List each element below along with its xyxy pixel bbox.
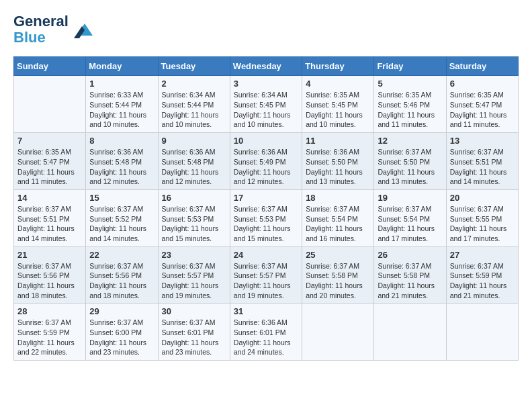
day-number: 3 — [234, 79, 298, 89]
day-number: 12 — [378, 136, 442, 146]
svg-marker-1 — [74, 26, 85, 38]
day-number: 8 — [89, 136, 154, 146]
day-info: Sunrise: 6:37 AM Sunset: 5:52 PM Dayligh… — [89, 204, 154, 244]
day-number: 25 — [306, 250, 370, 260]
day-info: Sunrise: 6:36 AM Sunset: 6:01 PM Dayligh… — [234, 318, 298, 357]
day-number: 27 — [450, 250, 515, 260]
header-day-friday: Friday — [374, 57, 446, 76]
calendar-cell: 7Sunrise: 6:35 AM Sunset: 5:47 PM Daylig… — [14, 133, 86, 190]
day-info: Sunrise: 6:37 AM Sunset: 6:00 PM Dayligh… — [89, 318, 154, 357]
calendar-cell: 1Sunrise: 6:33 AM Sunset: 5:44 PM Daylig… — [86, 76, 158, 133]
day-number: 28 — [17, 306, 82, 316]
day-number: 13 — [450, 136, 515, 146]
calendar-cell: 17Sunrise: 6:37 AM Sunset: 5:53 PM Dayli… — [230, 189, 302, 246]
calendar-body: 1Sunrise: 6:33 AM Sunset: 5:44 PM Daylig… — [14, 76, 519, 361]
day-number: 31 — [234, 306, 298, 316]
day-number: 1 — [89, 79, 154, 89]
calendar-cell: 21Sunrise: 6:37 AM Sunset: 5:56 PM Dayli… — [14, 246, 86, 304]
day-info: Sunrise: 6:37 AM Sunset: 5:51 PM Dayligh… — [450, 147, 515, 187]
day-number: 21 — [17, 250, 82, 260]
day-number: 29 — [89, 306, 154, 316]
day-number: 19 — [378, 193, 442, 203]
day-info: Sunrise: 6:36 AM Sunset: 5:50 PM Dayligh… — [306, 147, 370, 187]
calendar-cell: 30Sunrise: 6:37 AM Sunset: 6:01 PM Dayli… — [158, 304, 230, 361]
header-row: SundayMondayTuesdayWednesdayThursdayFrid… — [14, 57, 519, 76]
day-number: 18 — [306, 193, 370, 203]
day-info: Sunrise: 6:37 AM Sunset: 5:56 PM Dayligh… — [17, 261, 82, 301]
page-header: GeneralBlue — [13, 13, 519, 46]
day-info: Sunrise: 6:34 AM Sunset: 5:45 PM Dayligh… — [234, 90, 298, 130]
day-info: Sunrise: 6:37 AM Sunset: 5:54 PM Dayligh… — [378, 204, 442, 244]
week-row-2: 7Sunrise: 6:35 AM Sunset: 5:47 PM Daylig… — [14, 133, 519, 190]
day-number: 26 — [378, 250, 442, 260]
day-number: 6 — [450, 79, 515, 89]
calendar-cell: 11Sunrise: 6:36 AM Sunset: 5:50 PM Dayli… — [302, 133, 374, 190]
week-row-5: 28Sunrise: 6:37 AM Sunset: 5:59 PM Dayli… — [14, 304, 519, 361]
calendar-cell: 25Sunrise: 6:37 AM Sunset: 5:58 PM Dayli… — [302, 246, 374, 304]
calendar-cell: 24Sunrise: 6:37 AM Sunset: 5:57 PM Dayli… — [230, 246, 302, 304]
day-number: 16 — [162, 193, 226, 203]
day-number: 15 — [89, 193, 154, 203]
day-info: Sunrise: 6:37 AM Sunset: 5:54 PM Dayligh… — [306, 204, 370, 244]
day-number: 5 — [378, 79, 442, 89]
calendar-cell: 19Sunrise: 6:37 AM Sunset: 5:54 PM Dayli… — [374, 189, 446, 246]
day-number: 14 — [17, 193, 82, 203]
day-info: Sunrise: 6:37 AM Sunset: 6:01 PM Dayligh… — [162, 318, 226, 357]
day-number: 7 — [17, 136, 82, 146]
day-number: 24 — [234, 250, 298, 260]
calendar-cell: 10Sunrise: 6:36 AM Sunset: 5:49 PM Dayli… — [230, 133, 302, 190]
calendar-cell: 3Sunrise: 6:34 AM Sunset: 5:45 PM Daylig… — [230, 76, 302, 133]
calendar-cell: 8Sunrise: 6:36 AM Sunset: 5:48 PM Daylig… — [86, 133, 158, 190]
day-info: Sunrise: 6:37 AM Sunset: 5:53 PM Dayligh… — [234, 204, 298, 244]
calendar-cell: 13Sunrise: 6:37 AM Sunset: 5:51 PM Dayli… — [446, 133, 518, 190]
calendar-cell: 23Sunrise: 6:37 AM Sunset: 5:57 PM Dayli… — [158, 246, 230, 304]
calendar-cell: 6Sunrise: 6:35 AM Sunset: 5:47 PM Daylig… — [446, 76, 518, 133]
calendar-header: SundayMondayTuesdayWednesdayThursdayFrid… — [14, 57, 519, 76]
week-row-3: 14Sunrise: 6:37 AM Sunset: 5:51 PM Dayli… — [14, 189, 519, 246]
day-info: Sunrise: 6:35 AM Sunset: 5:46 PM Dayligh… — [378, 90, 442, 130]
day-info: Sunrise: 6:35 AM Sunset: 5:47 PM Dayligh… — [450, 90, 515, 130]
calendar-cell — [374, 304, 446, 361]
calendar-cell: 16Sunrise: 6:37 AM Sunset: 5:53 PM Dayli… — [158, 189, 230, 246]
header-day-wednesday: Wednesday — [230, 57, 302, 76]
day-info: Sunrise: 6:36 AM Sunset: 5:48 PM Dayligh… — [89, 147, 154, 187]
day-info: Sunrise: 6:35 AM Sunset: 5:47 PM Dayligh… — [17, 147, 82, 187]
calendar-cell: 15Sunrise: 6:37 AM Sunset: 5:52 PM Dayli… — [86, 189, 158, 246]
calendar-cell: 26Sunrise: 6:37 AM Sunset: 5:58 PM Dayli… — [374, 246, 446, 304]
day-info: Sunrise: 6:36 AM Sunset: 5:48 PM Dayligh… — [162, 147, 226, 187]
calendar-cell: 20Sunrise: 6:37 AM Sunset: 5:55 PM Dayli… — [446, 189, 518, 246]
day-number: 10 — [234, 136, 298, 146]
day-info: Sunrise: 6:37 AM Sunset: 5:57 PM Dayligh… — [234, 261, 298, 301]
header-day-sunday: Sunday — [14, 57, 86, 76]
day-info: Sunrise: 6:37 AM Sunset: 5:56 PM Dayligh… — [89, 261, 154, 301]
day-info: Sunrise: 6:33 AM Sunset: 5:44 PM Dayligh… — [89, 90, 154, 130]
day-number: 20 — [450, 193, 515, 203]
calendar-cell — [302, 304, 374, 361]
calendar-cell: 29Sunrise: 6:37 AM Sunset: 6:00 PM Dayli… — [86, 304, 158, 361]
day-number: 9 — [162, 136, 226, 146]
logo-blue: Blue — [13, 29, 46, 46]
day-info: Sunrise: 6:36 AM Sunset: 5:49 PM Dayligh… — [234, 147, 298, 187]
calendar-cell: 31Sunrise: 6:36 AM Sunset: 6:01 PM Dayli… — [230, 304, 302, 361]
day-info: Sunrise: 6:37 AM Sunset: 5:59 PM Dayligh… — [17, 318, 82, 357]
day-info: Sunrise: 6:37 AM Sunset: 5:58 PM Dayligh… — [378, 261, 442, 301]
header-day-saturday: Saturday — [446, 57, 518, 76]
calendar-cell: 9Sunrise: 6:36 AM Sunset: 5:48 PM Daylig… — [158, 133, 230, 190]
header-day-tuesday: Tuesday — [158, 57, 230, 76]
day-info: Sunrise: 6:34 AM Sunset: 5:44 PM Dayligh… — [162, 90, 226, 130]
header-day-monday: Monday — [86, 57, 158, 76]
calendar-cell — [14, 76, 86, 133]
calendar-cell: 28Sunrise: 6:37 AM Sunset: 5:59 PM Dayli… — [14, 304, 86, 361]
calendar-cell: 27Sunrise: 6:37 AM Sunset: 5:59 PM Dayli… — [446, 246, 518, 304]
day-info: Sunrise: 6:37 AM Sunset: 5:55 PM Dayligh… — [450, 204, 515, 244]
day-info: Sunrise: 6:37 AM Sunset: 5:57 PM Dayligh… — [162, 261, 226, 301]
calendar-cell: 4Sunrise: 6:35 AM Sunset: 5:45 PM Daylig… — [302, 76, 374, 133]
day-info: Sunrise: 6:37 AM Sunset: 5:51 PM Dayligh… — [17, 204, 82, 244]
calendar-cell: 2Sunrise: 6:34 AM Sunset: 5:44 PM Daylig… — [158, 76, 230, 133]
day-number: 2 — [162, 79, 226, 89]
header-day-thursday: Thursday — [302, 57, 374, 76]
day-number: 17 — [234, 193, 298, 203]
week-row-1: 1Sunrise: 6:33 AM Sunset: 5:44 PM Daylig… — [14, 76, 519, 133]
day-info: Sunrise: 6:37 AM Sunset: 5:58 PM Dayligh… — [306, 261, 370, 301]
day-number: 22 — [89, 250, 154, 260]
